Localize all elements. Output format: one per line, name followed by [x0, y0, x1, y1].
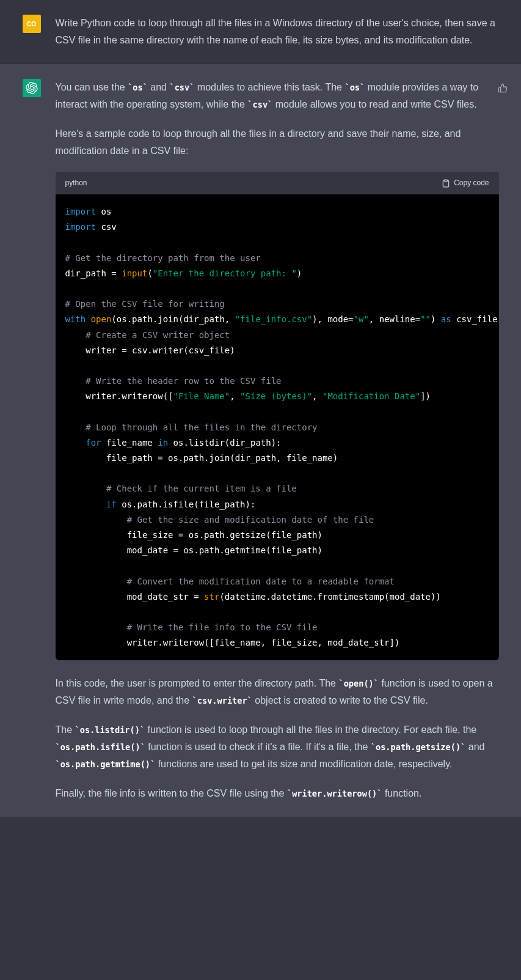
openai-logo-icon	[26, 82, 38, 94]
explanation-3: Finally, the file info is written to the…	[56, 785, 499, 802]
inline-code-getmtime: os.path.getmtime()	[56, 759, 156, 769]
code-block: python Copy code import os import csv # …	[56, 172, 499, 660]
clipboard-icon	[442, 179, 450, 188]
inline-code-os: os	[344, 83, 365, 92]
assistant-para-2: Here's a sample code to loop through all…	[56, 125, 499, 160]
feedback-thumbs-up-button[interactable]	[498, 81, 508, 98]
explanation-2: The os.listdir() function is used to loo…	[56, 721, 499, 773]
code-block-header: python Copy code	[56, 172, 499, 194]
code-content[interactable]: import os import csv # Get the directory…	[56, 194, 499, 660]
user-message: CO Write Python code to loop through all…	[0, 0, 521, 64]
inline-code-listdir: os.listdir()	[75, 725, 145, 735]
inline-code-csv: csv	[247, 100, 272, 109]
copy-code-button[interactable]: Copy code	[442, 177, 489, 190]
user-prompt-text: Write Python code to loop through all th…	[56, 15, 499, 49]
inline-code-getsize: os.path.getsize()	[371, 742, 466, 752]
assistant-message: You can use the os and csv modules to ac…	[0, 64, 521, 817]
assistant-avatar	[23, 79, 41, 97]
thumbs-up-icon	[498, 83, 508, 93]
inline-code-isfile: os.path.isfile()	[56, 742, 145, 752]
inline-code-os: os	[128, 83, 148, 92]
user-avatar: CO	[23, 15, 41, 33]
inline-code-writer: csv.writer	[192, 696, 252, 706]
code-lang-label: python	[65, 177, 87, 190]
explanation-1: In this code, the user is prompted to en…	[56, 675, 499, 709]
assistant-intro-paragraph: You can use the os and csv modules to ac…	[56, 79, 499, 113]
inline-code-csv: csv	[169, 83, 194, 92]
svg-rect-0	[445, 180, 448, 181]
inline-code-open: open()	[338, 679, 378, 688]
inline-code-writerow: writer.writerow()	[287, 789, 382, 798]
